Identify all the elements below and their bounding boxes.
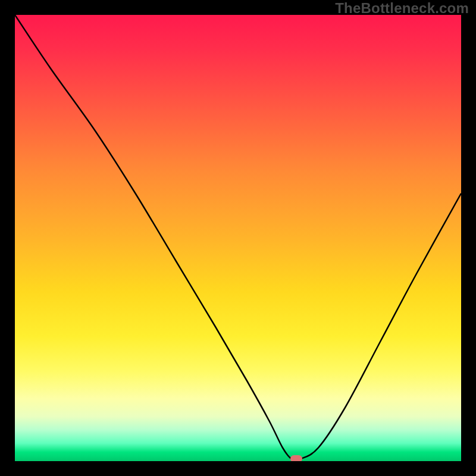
plot-area xyxy=(15,15,461,461)
bottleneck-marker xyxy=(290,455,302,461)
curve-path xyxy=(15,15,461,461)
chart-frame: TheBottleneck.com xyxy=(0,0,476,476)
bottleneck-curve xyxy=(15,15,461,461)
watermark-text: TheBottleneck.com xyxy=(335,0,469,17)
